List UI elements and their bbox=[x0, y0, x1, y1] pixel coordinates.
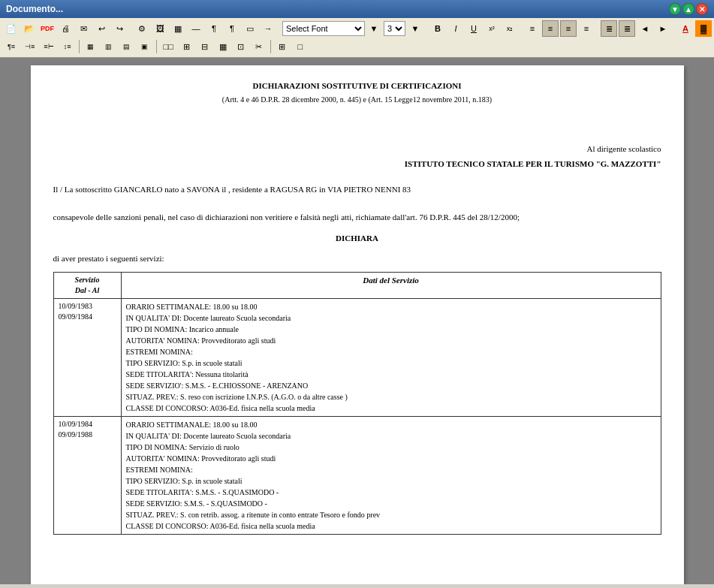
person-line: Il / La sottoscritto GIANCARLO nato a SA… bbox=[53, 184, 661, 195]
warning-line: consapevole delle sanzioni penali, nel c… bbox=[53, 212, 661, 223]
layout-btn-2[interactable]: ⊞ bbox=[179, 38, 195, 55]
table-row-btn[interactable]: ▥ bbox=[101, 38, 117, 55]
font-select[interactable]: Select Font bbox=[282, 21, 365, 36]
insert-button[interactable]: ⚙ bbox=[134, 20, 150, 37]
layout-btn-4[interactable]: ▦ bbox=[215, 38, 231, 55]
redo-button[interactable]: ↪ bbox=[111, 20, 128, 37]
minimize-button[interactable]: ▼ bbox=[669, 3, 681, 15]
services-intro: di aver prestato i seguenti servizi: bbox=[53, 253, 661, 264]
align-right-button[interactable]: ≡ bbox=[560, 20, 577, 37]
col-header-service: ServizioDal - Al bbox=[53, 273, 121, 299]
bold-button[interactable]: B bbox=[429, 20, 446, 37]
title-bar: Documento... ▼ ▲ ✕ bbox=[0, 0, 714, 18]
layout-btn-5[interactable]: ⊡ bbox=[233, 38, 249, 55]
table-cell-dates-1: 10/09/1984 09/09/1988 bbox=[53, 417, 121, 535]
table-row: 10/09/1984 09/09/1988ORARIO SETTIMANALE:… bbox=[53, 417, 661, 535]
highlight-button[interactable]: ▓ bbox=[695, 20, 712, 37]
size-select[interactable]: 3 bbox=[384, 21, 405, 36]
layout-btn-3[interactable]: ⊟ bbox=[197, 38, 213, 55]
separator-7 bbox=[79, 40, 80, 53]
frame-btn-1[interactable]: ⊞ bbox=[274, 38, 291, 55]
arrow-button[interactable]: → bbox=[260, 20, 276, 37]
pdf-button[interactable]: PDF bbox=[39, 20, 56, 37]
new-button[interactable]: 📄 bbox=[3, 20, 20, 37]
clear-btn[interactable]: ✂ bbox=[251, 38, 267, 55]
pilcrow-button[interactable]: ¶ bbox=[224, 20, 240, 37]
frame-btn-2[interactable]: □ bbox=[292, 38, 309, 55]
align-left-button[interactable]: ≡ bbox=[524, 20, 541, 37]
indent-btn-2[interactable]: ≡⊢ bbox=[40, 38, 57, 55]
document-page: DICHIARAZIONI SOSTITUTIVE DI CERTIFICAZI… bbox=[31, 65, 684, 584]
list-unordered-button[interactable]: ≣ bbox=[619, 20, 635, 37]
document-subtitle: (Artt. 4 e 46 D.P.R. 28 dicembre 2000, n… bbox=[53, 95, 661, 105]
table-row: 10/09/1983 09/09/1984ORARIO SETTIMANALE:… bbox=[53, 299, 661, 417]
undo-button[interactable]: ↩ bbox=[93, 20, 110, 37]
title-bar-text: Documento... bbox=[6, 4, 63, 14]
indent-btn-1[interactable]: ⊣≡ bbox=[21, 38, 38, 55]
open-button[interactable]: 📂 bbox=[21, 20, 38, 37]
table-cell-data-0: ORARIO SETTIMANALE: 18.00 su 18.00 IN QU… bbox=[121, 299, 661, 417]
layout-btn-1[interactable]: □□ bbox=[160, 38, 177, 55]
italic-button[interactable]: I bbox=[447, 20, 464, 37]
toolbar-row-1: 📄 📂 PDF 🖨 ✉ ↩ ↪ ⚙ 🖼 ▦ — ¶ ¶ ▭ → Select F… bbox=[3, 20, 711, 38]
decrease-indent-button[interactable]: ◄ bbox=[637, 20, 653, 37]
recipient-line-2: ISTITUTO TECNICO STATALE PER IL TURISMO … bbox=[53, 158, 661, 170]
table-col-btn[interactable]: ▤ bbox=[119, 38, 135, 55]
services-table: ServizioDal - Al Dati del Servizio 10/09… bbox=[53, 272, 661, 535]
superscript-button[interactable]: x² bbox=[484, 20, 500, 37]
col-header-data: Dati del Servizio bbox=[121, 273, 661, 299]
document-container[interactable]: DICHIARAZIONI SOSTITUTIVE DI CERTIFICAZI… bbox=[0, 58, 714, 584]
list-ordered-button[interactable]: ≣ bbox=[601, 20, 617, 37]
toolbar-area: 📄 📂 PDF 🖨 ✉ ↩ ↪ ⚙ 🖼 ▦ — ¶ ¶ ▭ → Select F… bbox=[0, 18, 714, 58]
subscript-button[interactable]: x₂ bbox=[502, 20, 518, 37]
close-button[interactable]: ✕ bbox=[696, 3, 708, 15]
image-button[interactable]: 🖼 bbox=[152, 20, 168, 37]
frame-button[interactable]: ▭ bbox=[242, 20, 258, 37]
table-merge-btn[interactable]: ▣ bbox=[137, 38, 153, 55]
font-color-button[interactable]: A bbox=[677, 20, 694, 37]
align-center-button[interactable]: ≡ bbox=[542, 20, 559, 37]
font-select-container: Select Font ▼ bbox=[282, 21, 382, 36]
dichiara-label: DICHIARA bbox=[53, 233, 661, 244]
separator-8 bbox=[156, 40, 157, 53]
document-title: DICHIARAZIONI SOSTITUTIVE DI CERTIFICAZI… bbox=[53, 80, 661, 92]
line-button[interactable]: — bbox=[188, 20, 204, 37]
align-justify-button[interactable]: ≡ bbox=[578, 20, 595, 37]
maximize-button[interactable]: ▲ bbox=[682, 3, 694, 15]
increase-indent-button[interactable]: ► bbox=[655, 20, 671, 37]
mail-button[interactable]: ✉ bbox=[75, 20, 92, 37]
styles-btn[interactable]: ¶≡ bbox=[3, 38, 20, 55]
separator-9 bbox=[270, 40, 271, 53]
indent-btn-3[interactable]: ↕≡ bbox=[59, 38, 76, 55]
main-area: DICHIARAZIONI SOSTITUTIVE DI CERTIFICAZI… bbox=[0, 58, 714, 584]
size-dropdown-arrow[interactable]: ▼ bbox=[407, 21, 423, 36]
recipient-line-1: Al dirigente scolastico bbox=[53, 143, 661, 155]
table-prop-btn[interactable]: ▦ bbox=[83, 38, 99, 55]
print-button[interactable]: 🖨 bbox=[57, 20, 74, 37]
toolbar-row-2: ¶≡ ⊣≡ ≡⊢ ↕≡ ▦ ▥ ▤ ▣ □□ ⊞ ⊟ ▦ ⊡ ✂ ⊞ □ bbox=[3, 38, 711, 56]
table-button[interactable]: ▦ bbox=[170, 20, 186, 37]
table-header-row: ServizioDal - Al Dati del Servizio bbox=[53, 273, 661, 299]
special-char-button[interactable]: ¶ bbox=[206, 20, 222, 37]
table-cell-data-1: ORARIO SETTIMANALE: 18.00 su 18.00 IN QU… bbox=[121, 417, 661, 535]
title-bar-buttons: ▼ ▲ ✕ bbox=[669, 3, 708, 15]
underline-button[interactable]: U bbox=[465, 20, 482, 37]
table-cell-dates-0: 10/09/1983 09/09/1984 bbox=[53, 299, 121, 417]
font-dropdown-arrow[interactable]: ▼ bbox=[366, 21, 382, 36]
